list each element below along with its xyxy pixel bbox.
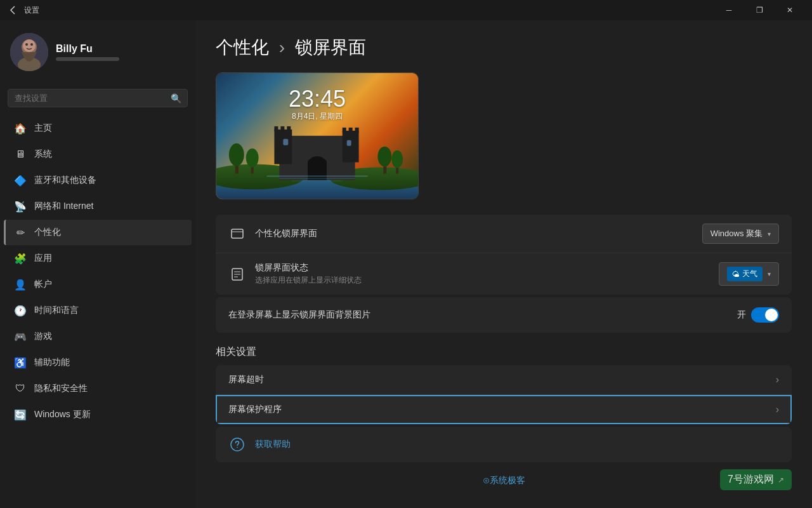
svg-rect-16 xyxy=(349,128,353,133)
nav-icon-accessibility: ♿ xyxy=(14,356,27,369)
search-container: 🔍 xyxy=(0,84,195,112)
login-bg-toggle[interactable] xyxy=(751,307,779,323)
svg-point-25 xyxy=(377,147,391,167)
nav-icon-bluetooth: 🔷 xyxy=(14,174,27,187)
chevron-right-icon: › xyxy=(776,404,779,415)
nav-icon-privacy: 🛡 xyxy=(14,382,27,395)
nav-label-time: 时间和语言 xyxy=(34,305,79,316)
title-bar: 设置 ─ ❐ ✕ xyxy=(0,0,812,20)
toggle-on-label: 开 xyxy=(737,309,746,321)
svg-point-3 xyxy=(23,39,36,52)
chevron-down-icon: ▾ xyxy=(768,231,771,237)
lock-status-dropdown[interactable]: 🌤 天气 ▾ xyxy=(719,262,779,286)
app-title: 设置 xyxy=(24,5,39,16)
watermark-right-text: 7号游戏网 xyxy=(728,473,774,486)
content-area: 个性化 › 锁屏界面 xyxy=(195,20,812,508)
sidebar-item-time[interactable]: 🕐 时间和语言 xyxy=(4,298,192,323)
search-input[interactable] xyxy=(8,89,188,107)
maximize-button[interactable]: ❐ xyxy=(745,0,774,20)
nav-icon-home: 🏠 xyxy=(14,122,27,135)
lock-status-icon xyxy=(228,265,246,283)
lock-status-control[interactable]: 🌤 天气 ▾ xyxy=(719,262,779,286)
sidebar-item-personalization[interactable]: ✏ 个性化 xyxy=(4,220,192,245)
nav-label-accounts: 帐户 xyxy=(34,279,52,290)
sidebar-item-system[interactable]: 🖥 系统 xyxy=(4,142,192,167)
weather-icon: 🌤 xyxy=(732,270,740,279)
nav-label-personalization: 个性化 xyxy=(34,227,61,238)
watermark-right: 7号游戏网 ↗ xyxy=(720,469,792,490)
page-title: 个性化 › 锁屏界面 xyxy=(216,36,792,60)
nav-icon-system: 🖥 xyxy=(14,148,27,161)
personalize-lock-control[interactable]: Windows 聚集 ▾ xyxy=(702,224,779,244)
nav-icon-apps: 🧩 xyxy=(14,252,27,265)
nav-icon-gaming: 🎮 xyxy=(14,330,27,343)
lock-status-row: 锁屏界面状态 选择应用在锁屏上显示详细状态 🌤 天气 ▾ xyxy=(216,253,792,295)
back-button[interactable] xyxy=(8,5,18,15)
avatar xyxy=(10,33,48,71)
nav-label-home: 主页 xyxy=(34,123,52,134)
sidebar-item-privacy[interactable]: 🛡 隐私和安全性 xyxy=(4,376,192,401)
personalize-lock-dropdown[interactable]: Windows 聚集 ▾ xyxy=(702,224,779,244)
external-link-icon: ↗ xyxy=(778,476,784,485)
user-name: Billy Fu xyxy=(56,43,119,55)
settings-section-main: 个性化锁屏界面 Windows 聚集 ▾ xyxy=(216,215,792,295)
nav-label-network: 网络和 Internet xyxy=(34,201,93,212)
nav-label-gaming: 游戏 xyxy=(34,331,52,342)
minimize-button[interactable]: ─ xyxy=(714,0,743,20)
sidebar-item-home[interactable]: 🏠 主页 xyxy=(4,116,192,141)
personalize-lock-value: Windows 聚集 xyxy=(710,228,763,239)
svg-rect-18 xyxy=(283,139,288,145)
sidebar-item-accounts[interactable]: 👤 帐户 xyxy=(4,272,192,297)
weather-label: 天气 xyxy=(742,269,757,279)
nav-label-windows-update: Windows 更新 xyxy=(34,409,91,420)
settings-section-login: 在登录屏幕上显示锁屏界面背景图片 开 xyxy=(216,297,792,333)
login-bg-content: 在登录屏幕上显示锁屏界面背景图片 xyxy=(228,309,737,321)
svg-rect-19 xyxy=(347,140,351,146)
breadcrumb-current: 锁屏界面 xyxy=(295,37,366,57)
breadcrumb-parent: 个性化 xyxy=(216,37,269,57)
help-text: 获取帮助 xyxy=(255,439,291,450)
nav-icon-time: 🕐 xyxy=(14,304,27,317)
svg-rect-31 xyxy=(232,229,243,238)
title-bar-left: 设置 xyxy=(8,5,714,16)
weather-badge: 🌤 天气 xyxy=(727,267,763,281)
related-item-title-screen-saver: 屏幕保护程序 xyxy=(228,404,776,415)
watermark-left-text: ⊙系统极客 xyxy=(483,475,525,486)
sidebar-item-network[interactable]: 📡 网络和 Internet xyxy=(4,194,192,219)
svg-rect-13 xyxy=(280,126,284,131)
chevron-down-icon: ▾ xyxy=(768,271,771,277)
nav-icon-accounts: 👤 xyxy=(14,278,27,291)
svg-rect-15 xyxy=(343,128,346,133)
nav-icon-network: 📡 xyxy=(14,200,27,213)
nav-label-bluetooth: 蓝牙和其他设备 xyxy=(34,175,96,186)
close-button[interactable]: ✕ xyxy=(775,0,804,20)
svg-point-5 xyxy=(30,43,33,46)
svg-point-38 xyxy=(237,447,238,448)
search-icon: 🔍 xyxy=(171,93,181,104)
sidebar: Billy Fu 🔍 🏠 主页 🖥 系统 🔷 蓝牙和其他设备 📡 网络和 Int… xyxy=(0,20,195,508)
login-bg-title: 在登录屏幕上显示锁屏界面背景图片 xyxy=(228,309,737,321)
sidebar-item-gaming[interactable]: 🎮 游戏 xyxy=(4,324,192,349)
svg-rect-14 xyxy=(287,126,291,131)
lock-status-title: 锁屏界面状态 xyxy=(255,262,719,274)
svg-point-21 xyxy=(229,144,244,166)
sidebar-item-apps[interactable]: 🧩 应用 xyxy=(4,246,192,271)
lockscreen-background: 23:45 8月4日, 星期四 xyxy=(216,73,418,199)
related-settings-heading: 相关设置 xyxy=(216,345,792,359)
nav-icon-windows-update: 🔄 xyxy=(14,408,27,421)
chevron-right-icon: › xyxy=(776,374,779,385)
help-row[interactable]: 获取帮助 xyxy=(216,427,792,462)
related-item-screen-timeout[interactable]: 屏幕超时 › xyxy=(216,365,792,395)
svg-point-23 xyxy=(246,149,259,168)
sidebar-item-accessibility[interactable]: ♿ 辅助功能 xyxy=(4,350,192,375)
sidebar-item-windows-update[interactable]: 🔄 Windows 更新 xyxy=(4,402,192,427)
nav-label-privacy: 隐私和安全性 xyxy=(34,383,88,394)
lockscreen-date: 8月4日, 星期四 xyxy=(292,111,343,122)
related-item-screen-saver[interactable]: 屏幕保护程序 › xyxy=(216,395,792,424)
sidebar-item-bluetooth[interactable]: 🔷 蓝牙和其他设备 xyxy=(4,168,192,193)
window-controls: ─ ❐ ✕ xyxy=(714,0,804,20)
watermark-left: ⊙系统极客 xyxy=(483,475,525,486)
personalize-lock-row: 个性化锁屏界面 Windows 聚集 ▾ xyxy=(216,215,792,253)
user-profile[interactable]: Billy Fu xyxy=(0,20,195,84)
nav-label-accessibility: 辅助功能 xyxy=(34,357,70,368)
